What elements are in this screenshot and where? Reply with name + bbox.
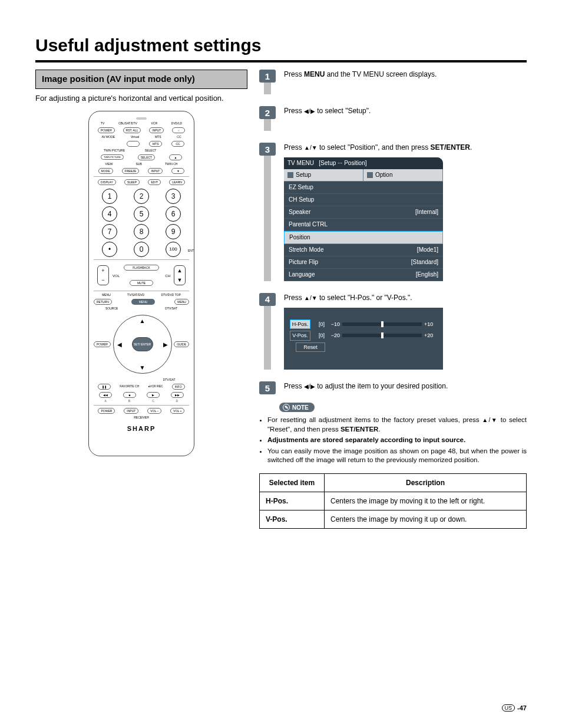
- num-2: 2: [134, 189, 149, 204]
- left-right-icon: ◀/▶: [304, 383, 315, 390]
- step-4-number: 4: [259, 293, 276, 306]
- favorite-label: FAVORITE CH: [120, 385, 139, 388]
- tab-setup: Setup: [284, 169, 363, 181]
- tv-menu-row: Stretch Mode[Mode1]: [284, 244, 443, 256]
- power-button: POWER: [98, 127, 115, 133]
- num-5: 5: [134, 206, 149, 222]
- num-0: 0: [134, 242, 149, 257]
- step-1-number: 1: [259, 70, 276, 83]
- ch-rocker: ▲▼: [174, 265, 186, 285]
- sharp-logo: SHARP: [94, 425, 189, 432]
- num-8: 8: [134, 224, 149, 239]
- note-badge: ✎ NOTE: [279, 403, 315, 412]
- remote-control-illustration: TVCBL/SAT/DTVVCRDVD/LD POWER RST. ALL IN…: [88, 111, 194, 456]
- reset-all-button: RST. ALL: [123, 127, 141, 133]
- reset-option: Reset: [296, 342, 325, 353]
- tv-menu-screenshot: TV MENU [Setup ··· Position] Setup Optio…: [284, 157, 443, 281]
- tv-menu-row: Parental CTRL: [284, 219, 443, 231]
- note-item: Adjustments are stored separately accord…: [267, 436, 527, 445]
- tv-menu-row: Language[English]: [284, 269, 443, 281]
- tv-menu-row: Position: [284, 231, 443, 244]
- num-4: 4: [102, 206, 117, 222]
- note-item: For resetting all adjustment items to th…: [267, 416, 527, 434]
- table-row: H-Pos. Centers the image by moving it to…: [260, 492, 527, 510]
- pause-button: ❚❚: [98, 384, 111, 390]
- setup-tab-icon: [287, 172, 293, 178]
- menu-button: MENU: [131, 299, 155, 305]
- input-button: INPUT: [149, 127, 164, 133]
- vol-rocker: +−: [97, 265, 109, 285]
- step-1-text: Press MENU and the TV MENU screen displa…: [284, 70, 527, 80]
- return-button: RETURN: [94, 299, 112, 305]
- num-6: 6: [166, 206, 181, 222]
- info-button: INFO: [172, 384, 185, 390]
- table-row: V-Pos. Centers the image by moving it up…: [260, 510, 527, 528]
- menu-button-2: MENU: [174, 299, 189, 305]
- position-panel-screenshot: H-Pos.[0]−10+10V-Pos.[0]−20+20 Reset: [284, 308, 443, 370]
- flashback-button: FLASHBACK: [124, 265, 159, 271]
- vcr-rec-label: ●VCR REC: [148, 385, 163, 388]
- page-title: Useful adjustment settings: [35, 35, 527, 55]
- receiver-label: RECEIVER: [94, 416, 189, 419]
- num-3: 3: [166, 189, 181, 204]
- left-right-icon: ◀/▶: [304, 108, 315, 114]
- step-4-content: Press ▲/▼ to select "H-Pos." or "V-Pos."…: [284, 293, 527, 370]
- num-100: 100: [166, 242, 181, 257]
- step-3-content: Press ▲/▼ to select "Position", and then…: [284, 143, 527, 281]
- notes-list: For resetting all adjustment items to th…: [259, 416, 527, 465]
- position-row: H-Pos.[0]−10+10: [290, 319, 437, 330]
- up-down-icon: ▲/▼: [304, 295, 318, 301]
- tab-option: Option: [363, 169, 443, 181]
- power-button-2: POWER: [94, 341, 111, 347]
- step-2-text: Press ◀/▶ to select "Setup".: [284, 106, 527, 116]
- tv-menu-row: Speaker[Internal]: [284, 206, 443, 219]
- region-badge: US: [502, 704, 515, 711]
- step-3-number: 3: [259, 143, 276, 156]
- step-5-number: 5: [259, 381, 276, 394]
- title-rule: [35, 60, 527, 62]
- ent-label: ENT: [188, 249, 194, 252]
- note-icon: ✎: [283, 404, 290, 411]
- num-7: 7: [102, 224, 117, 239]
- tv-menu-row: Picture Flip[Standard]: [284, 256, 443, 269]
- description-table: Selected item Description H-Pos. Centers…: [259, 473, 527, 529]
- note-item: You can easily move the image position a…: [267, 447, 527, 465]
- mute-button: MUTE: [130, 280, 153, 286]
- num-9: 9: [166, 224, 181, 239]
- page-number: -47: [517, 704, 527, 711]
- up-down-icon: ▲/▼: [304, 144, 318, 151]
- num-1: 1: [102, 189, 117, 204]
- num-dot: •: [102, 242, 117, 257]
- table-header-item: Selected item: [260, 473, 325, 492]
- tv-menu-row: CH Setup: [284, 194, 443, 206]
- light-button: ☼: [172, 127, 185, 133]
- section-description: For adjusting a picture's horizontal and…: [35, 94, 247, 103]
- step-2-number: 2: [259, 106, 276, 119]
- table-header-description: Description: [325, 473, 527, 492]
- set-enter-button: SET/ ENTER: [132, 337, 153, 351]
- tv-menu-row: EZ Setup: [284, 182, 443, 194]
- guide-button: GUIDE: [174, 341, 189, 347]
- page-footer: US -47: [502, 704, 527, 711]
- option-tab-icon: [367, 172, 373, 178]
- step-5-text: Press ◀/▶ to adjust the item to your des…: [284, 381, 527, 391]
- nav-pad: ▲ ▼ ◀ ▶ SET/ ENTER: [113, 315, 172, 374]
- section-header: Image position (AV input mode only): [35, 70, 247, 89]
- position-row: V-Pos.[0]−20+20: [290, 331, 437, 341]
